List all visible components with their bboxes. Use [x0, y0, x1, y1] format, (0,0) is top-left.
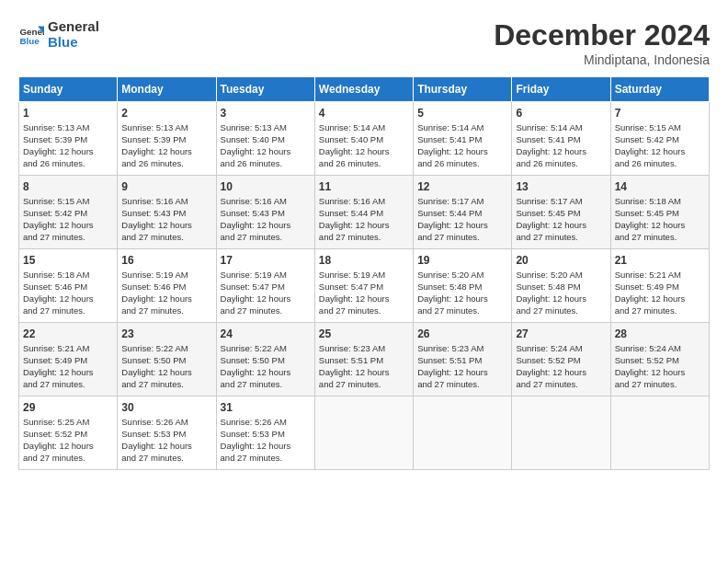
- day-number: 13: [516, 179, 606, 194]
- calendar-week-5: 29Sunrise: 5:25 AM Sunset: 5:52 PM Dayli…: [19, 396, 710, 470]
- day-info: Sunrise: 5:26 AM Sunset: 5:53 PM Dayligh…: [221, 417, 311, 464]
- weekday-thursday: Thursday: [414, 77, 512, 102]
- calendar-week-3: 15Sunrise: 5:18 AM Sunset: 5:46 PM Dayli…: [19, 249, 710, 323]
- day-number: 7: [615, 106, 705, 121]
- day-number: 17: [221, 253, 311, 268]
- calendar-cell: 1Sunrise: 5:13 AM Sunset: 5:39 PM Daylig…: [19, 102, 118, 176]
- day-info: Sunrise: 5:22 AM Sunset: 5:50 PM Dayligh…: [121, 343, 211, 390]
- day-number: 22: [23, 327, 113, 341]
- day-number: 10: [221, 179, 311, 194]
- calendar-week-1: 1Sunrise: 5:13 AM Sunset: 5:39 PM Daylig…: [19, 102, 710, 176]
- location-subtitle: Mindiptana, Indonesia: [494, 52, 710, 67]
- day-info: Sunrise: 5:24 AM Sunset: 5:52 PM Dayligh…: [516, 343, 606, 390]
- calendar-table: SundayMondayTuesdayWednesdayThursdayFrid…: [18, 76, 710, 470]
- calendar-cell: 11Sunrise: 5:16 AM Sunset: 5:44 PM Dayli…: [314, 176, 413, 249]
- calendar-cell: 31Sunrise: 5:26 AM Sunset: 5:53 PM Dayli…: [216, 396, 314, 470]
- weekday-sunday: Sunday: [19, 77, 118, 102]
- page-header: General Blue General Blue December 2024 …: [18, 18, 710, 67]
- day-number: 1: [23, 106, 113, 121]
- logo-line2: Blue: [48, 34, 99, 50]
- calendar-cell: 29Sunrise: 5:25 AM Sunset: 5:52 PM Dayli…: [19, 396, 118, 470]
- day-info: Sunrise: 5:25 AM Sunset: 5:52 PM Dayligh…: [23, 417, 113, 464]
- day-number: 16: [121, 253, 211, 268]
- day-info: Sunrise: 5:17 AM Sunset: 5:44 PM Dayligh…: [417, 196, 507, 243]
- weekday-header-row: SundayMondayTuesdayWednesdayThursdayFrid…: [19, 77, 710, 102]
- day-info: Sunrise: 5:13 AM Sunset: 5:40 PM Dayligh…: [221, 122, 311, 169]
- calendar-cell: 17Sunrise: 5:19 AM Sunset: 5:47 PM Dayli…: [216, 249, 314, 323]
- title-block: December 2024 Mindiptana, Indonesia: [494, 18, 710, 67]
- logo-line1: General: [48, 18, 99, 34]
- svg-text:Blue: Blue: [19, 36, 40, 46]
- day-info: Sunrise: 5:24 AM Sunset: 5:52 PM Dayligh…: [615, 343, 705, 390]
- weekday-tuesday: Tuesday: [216, 77, 314, 102]
- calendar-cell: 24Sunrise: 5:22 AM Sunset: 5:50 PM Dayli…: [216, 323, 314, 396]
- day-info: Sunrise: 5:19 AM Sunset: 5:46 PM Dayligh…: [121, 270, 211, 316]
- day-number: 5: [417, 106, 507, 121]
- calendar-cell: [610, 396, 709, 470]
- weekday-friday: Friday: [512, 77, 610, 102]
- logo-icon: General Blue: [18, 21, 44, 47]
- calendar-cell: 13Sunrise: 5:17 AM Sunset: 5:45 PM Dayli…: [512, 176, 610, 249]
- day-number: 20: [516, 253, 606, 268]
- day-number: 31: [221, 400, 311, 415]
- calendar-cell: 23Sunrise: 5:22 AM Sunset: 5:50 PM Dayli…: [118, 323, 216, 396]
- day-number: 19: [417, 253, 507, 268]
- month-title: December 2024: [494, 18, 710, 52]
- day-info: Sunrise: 5:16 AM Sunset: 5:44 PM Dayligh…: [319, 196, 409, 243]
- weekday-wednesday: Wednesday: [314, 77, 413, 102]
- calendar-body: 1Sunrise: 5:13 AM Sunset: 5:39 PM Daylig…: [19, 102, 710, 470]
- calendar-cell: 5Sunrise: 5:14 AM Sunset: 5:41 PM Daylig…: [414, 102, 512, 176]
- day-number: 15: [23, 253, 113, 268]
- weekday-monday: Monday: [118, 77, 216, 102]
- calendar-cell: 27Sunrise: 5:24 AM Sunset: 5:52 PM Dayli…: [512, 323, 610, 396]
- day-number: 29: [23, 400, 113, 415]
- day-info: Sunrise: 5:16 AM Sunset: 5:43 PM Dayligh…: [221, 196, 311, 243]
- calendar-cell: 2Sunrise: 5:13 AM Sunset: 5:39 PM Daylig…: [118, 102, 216, 176]
- day-number: 23: [121, 327, 211, 341]
- calendar-week-4: 22Sunrise: 5:21 AM Sunset: 5:49 PM Dayli…: [19, 323, 710, 396]
- day-info: Sunrise: 5:23 AM Sunset: 5:51 PM Dayligh…: [319, 343, 409, 390]
- calendar-cell: 15Sunrise: 5:18 AM Sunset: 5:46 PM Dayli…: [19, 249, 118, 323]
- day-info: Sunrise: 5:14 AM Sunset: 5:40 PM Dayligh…: [319, 122, 409, 169]
- calendar-cell: [314, 396, 413, 470]
- day-number: 6: [516, 106, 606, 121]
- day-info: Sunrise: 5:18 AM Sunset: 5:45 PM Dayligh…: [615, 196, 705, 243]
- day-info: Sunrise: 5:21 AM Sunset: 5:49 PM Dayligh…: [23, 343, 113, 390]
- calendar-cell: 9Sunrise: 5:16 AM Sunset: 5:43 PM Daylig…: [118, 176, 216, 249]
- weekday-saturday: Saturday: [610, 77, 709, 102]
- day-info: Sunrise: 5:21 AM Sunset: 5:49 PM Dayligh…: [615, 270, 705, 316]
- calendar-cell: 10Sunrise: 5:16 AM Sunset: 5:43 PM Dayli…: [216, 176, 314, 249]
- day-number: 12: [417, 179, 507, 194]
- day-number: 14: [615, 179, 705, 194]
- calendar-cell: 21Sunrise: 5:21 AM Sunset: 5:49 PM Dayli…: [610, 249, 709, 323]
- day-info: Sunrise: 5:13 AM Sunset: 5:39 PM Dayligh…: [121, 122, 211, 169]
- day-info: Sunrise: 5:20 AM Sunset: 5:48 PM Dayligh…: [516, 270, 606, 316]
- calendar-cell: 12Sunrise: 5:17 AM Sunset: 5:44 PM Dayli…: [414, 176, 512, 249]
- day-info: Sunrise: 5:15 AM Sunset: 5:42 PM Dayligh…: [23, 196, 113, 243]
- calendar-cell: 26Sunrise: 5:23 AM Sunset: 5:51 PM Dayli…: [414, 323, 512, 396]
- calendar-cell: 28Sunrise: 5:24 AM Sunset: 5:52 PM Dayli…: [610, 323, 709, 396]
- calendar-cell: 8Sunrise: 5:15 AM Sunset: 5:42 PM Daylig…: [19, 176, 118, 249]
- day-number: 4: [319, 106, 409, 121]
- day-number: 3: [221, 106, 311, 121]
- day-number: 18: [319, 253, 409, 268]
- day-info: Sunrise: 5:15 AM Sunset: 5:42 PM Dayligh…: [615, 122, 705, 169]
- day-number: 2: [121, 106, 211, 121]
- day-info: Sunrise: 5:23 AM Sunset: 5:51 PM Dayligh…: [417, 343, 507, 390]
- day-info: Sunrise: 5:22 AM Sunset: 5:50 PM Dayligh…: [221, 343, 311, 390]
- logo: General Blue General Blue: [18, 18, 99, 50]
- calendar-cell: [414, 396, 512, 470]
- day-number: 8: [23, 179, 113, 194]
- day-info: Sunrise: 5:17 AM Sunset: 5:45 PM Dayligh…: [516, 196, 606, 243]
- day-info: Sunrise: 5:14 AM Sunset: 5:41 PM Dayligh…: [516, 122, 606, 169]
- day-number: 30: [121, 400, 211, 415]
- day-number: 27: [516, 327, 606, 341]
- calendar-cell: 3Sunrise: 5:13 AM Sunset: 5:40 PM Daylig…: [216, 102, 314, 176]
- calendar-cell: 19Sunrise: 5:20 AM Sunset: 5:48 PM Dayli…: [414, 249, 512, 323]
- day-info: Sunrise: 5:20 AM Sunset: 5:48 PM Dayligh…: [417, 270, 507, 316]
- day-number: 28: [615, 327, 705, 341]
- calendar-cell: 16Sunrise: 5:19 AM Sunset: 5:46 PM Dayli…: [118, 249, 216, 323]
- day-number: 9: [121, 179, 211, 194]
- calendar-cell: 4Sunrise: 5:14 AM Sunset: 5:40 PM Daylig…: [314, 102, 413, 176]
- day-info: Sunrise: 5:19 AM Sunset: 5:47 PM Dayligh…: [221, 270, 311, 316]
